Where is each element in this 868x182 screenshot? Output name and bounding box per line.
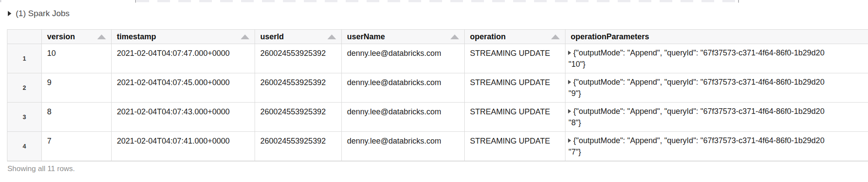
strip-left-tick (135, 0, 136, 3)
expand-json-icon[interactable] (568, 138, 571, 143)
cell-operation: STREAMING UPDATE (465, 73, 565, 103)
opparams-json-line1: {"outputMode": "Append", "queryId": "67f… (573, 135, 824, 146)
row-number: 1 (7, 44, 42, 73)
cell-username: denny.lee@databricks.com (342, 44, 465, 73)
sort-asc-icon[interactable] (450, 34, 459, 39)
results-table: version timestamp userId (7, 29, 868, 161)
table-row: 1 10 2021-02-04T04:07:47.000+0000 260024… (7, 44, 868, 73)
table-row-clipped (7, 161, 868, 162)
row-number: 3 (7, 103, 42, 132)
column-header-operation[interactable]: operation (465, 30, 565, 44)
row-count-status: Showing all 11 rows. (7, 165, 75, 173)
opparams-json-line2: "7"} (568, 146, 868, 158)
cell-username: denny.lee@databricks.com (342, 103, 465, 132)
table-row: 3 8 2021-02-04T04:07:43.000+0000 2600245… (7, 103, 868, 132)
column-header-username[interactable]: userName (342, 30, 465, 44)
cell-userid: 260024553925392 (255, 44, 342, 73)
cell-timestamp (112, 161, 255, 162)
sort-asc-icon[interactable] (241, 34, 249, 39)
spark-jobs-label: (1) Spark Jobs (16, 9, 70, 18)
row-number-header (7, 30, 42, 44)
cell-username (342, 161, 465, 162)
column-header-timestamp[interactable]: timestamp (112, 30, 255, 44)
opparams-json-line1: {"outputMode": "Append", "queryId": "67f… (573, 106, 824, 117)
row-number: 2 (7, 73, 42, 103)
cell-timestamp: 2021-02-04T04:07:45.000+0000 (112, 73, 255, 103)
cell-userid: 260024553925392 (255, 103, 342, 132)
cell-timestamp: 2021-02-04T04:07:43.000+0000 (112, 103, 255, 132)
cell-version: 7 (42, 132, 112, 161)
clipped-top-strip (0, 0, 868, 2)
cell-userid (255, 161, 342, 162)
cell-operation: STREAMING UPDATE (465, 44, 565, 73)
cell-timestamp: 2021-02-04T04:07:47.000+0000 (112, 44, 255, 73)
sort-asc-icon[interactable] (551, 34, 560, 39)
cell-operationparameters (565, 161, 868, 162)
opparams-json-line2: "9"} (568, 88, 868, 99)
cell-operationparameters: {"outputMode": "Append", "queryId": "67f… (565, 44, 868, 73)
table-row: 4 7 2021-02-04T04:07:41.000+0000 2600245… (7, 132, 868, 161)
strip-corner-mark (0, 0, 1, 2)
spark-jobs-toggle[interactable]: (1) Spark Jobs (8, 8, 70, 19)
opparams-json-line2: "8"} (568, 117, 868, 128)
column-header-userid[interactable]: userId (255, 30, 342, 44)
cell-userid: 260024553925392 (255, 73, 342, 103)
cell-userid: 260024553925392 (255, 132, 342, 161)
sort-asc-icon[interactable] (327, 34, 336, 39)
strip-right-tick (738, 0, 739, 3)
cell-version: 8 (42, 103, 112, 132)
column-header-version[interactable]: version (42, 30, 112, 44)
column-header-operationparameters[interactable]: operationParameters (565, 30, 868, 44)
cell-operation: STREAMING UPDATE (465, 132, 565, 161)
collapse-arrow-icon[interactable] (8, 11, 11, 16)
cell-username: denny.lee@databricks.com (342, 132, 465, 161)
row-number (7, 161, 42, 162)
cell-timestamp: 2021-02-04T04:07:41.000+0000 (112, 132, 255, 161)
expand-json-icon[interactable] (568, 51, 571, 55)
header-row: version timestamp userId (7, 30, 868, 44)
expand-json-icon[interactable] (568, 109, 571, 113)
cell-operationparameters: {"outputMode": "Append", "queryId": "67f… (565, 103, 868, 132)
cell-operationparameters: {"outputMode": "Append", "queryId": "67f… (565, 132, 868, 161)
row-number: 4 (7, 132, 42, 161)
table-row: 2 9 2021-02-04T04:07:45.000+0000 2600245… (7, 73, 868, 103)
cell-username: denny.lee@databricks.com (342, 73, 465, 103)
sort-asc-icon[interactable] (97, 34, 106, 39)
cell-version (42, 161, 112, 162)
opparams-json-line2: "10"} (568, 58, 868, 70)
cell-version: 9 (42, 73, 112, 103)
strip-dashed-pattern (136, 0, 738, 2)
cell-version: 10 (42, 44, 112, 73)
cell-operation: STREAMING UPDATE (465, 103, 565, 132)
cell-operationparameters: {"outputMode": "Append", "queryId": "67f… (565, 73, 868, 103)
opparams-json-line1: {"outputMode": "Append", "queryId": "67f… (573, 76, 824, 88)
results-table-container[interactable]: version timestamp userId (7, 29, 868, 161)
expand-json-icon[interactable] (568, 80, 571, 84)
cell-operation (465, 161, 565, 162)
opparams-json-line1: {"outputMode": "Append", "queryId": "67f… (573, 47, 824, 58)
